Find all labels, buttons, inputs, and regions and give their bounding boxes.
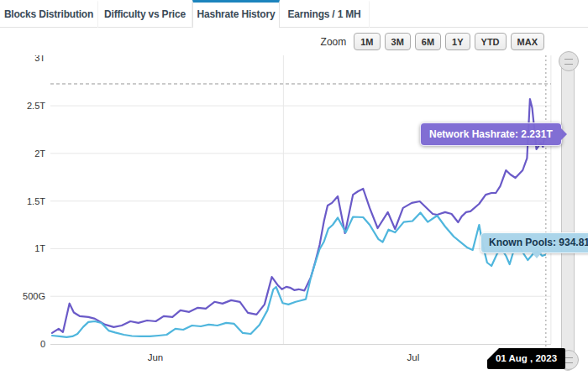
tab-label: Blocks Distribution xyxy=(4,8,93,20)
zoom-ytd-button[interactable]: YTD xyxy=(475,33,507,50)
tab-hashrate-history[interactable]: Hashrate History xyxy=(192,0,280,29)
network-hashrate-tooltip-text: Network Hashrate: 2.231T xyxy=(429,128,553,140)
hashrate-history-panel: 0500G1T1.5T2T2.5T3TJunJul Blocks Distrib… xyxy=(0,0,588,375)
y-scrollbar-top-handle[interactable] xyxy=(559,51,579,71)
tab-bar: Blocks Distribution Difficulty vs Price … xyxy=(0,0,588,28)
zoom-1m-button[interactable]: 1M xyxy=(354,33,380,50)
zoom-1y-button[interactable]: 1Y xyxy=(445,33,470,50)
zoom-3m-button[interactable]: 3M xyxy=(385,33,411,50)
tab-label: Earnings / 1 MH xyxy=(287,8,360,20)
known-pools-tooltip: Known Pools: 934.818G xyxy=(480,232,588,253)
hashrate-chart[interactable] xyxy=(0,0,588,375)
tab-label: Hashrate History xyxy=(197,8,276,20)
date-tooltip: 01 Aug , 2023 xyxy=(487,348,565,369)
known-pools-tooltip-text: Known Pools: 934.818G xyxy=(489,237,588,248)
zoom-label: Zoom xyxy=(321,36,347,48)
known-pools-line[interactable] xyxy=(52,213,545,337)
tab-blocks-distribution[interactable]: Blocks Distribution xyxy=(0,0,98,28)
tab-difficulty-vs-price[interactable]: Difficulty vs Price xyxy=(98,0,192,28)
grip-icon xyxy=(564,59,573,65)
zoom-6m-button[interactable]: 6M xyxy=(415,33,441,50)
zoom-controls: Zoom 1M 3M 6M 1Y YTD MAX xyxy=(0,28,553,55)
date-tooltip-text: 01 Aug , 2023 xyxy=(496,353,557,363)
network-hashrate-tooltip: Network Hashrate: 2.231T xyxy=(420,122,562,146)
tab-earnings[interactable]: Earnings / 1 MH xyxy=(280,0,370,28)
tab-label: Difficulty vs Price xyxy=(104,8,186,20)
zoom-max-button[interactable]: MAX xyxy=(511,33,544,50)
grip-icon xyxy=(564,357,573,363)
y-scrollbar-track[interactable] xyxy=(561,52,575,371)
